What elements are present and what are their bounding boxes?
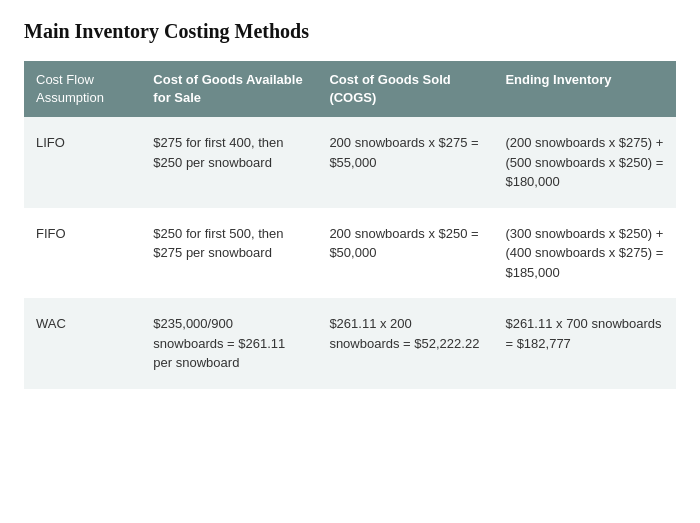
cell-available: $235,000/900 snowboards = $261.11 per sn… — [141, 298, 317, 389]
table-header-row: Cost Flow Assumption Cost of Goods Avail… — [24, 61, 676, 117]
header-cogs: Cost of Goods Sold (COGS) — [317, 61, 493, 117]
cell-assumption: WAC — [24, 298, 141, 389]
table-row: WAC$235,000/900 snowboards = $261.11 per… — [24, 298, 676, 389]
cell-cogs: $261.11 x 200 snowboards = $52,222.22 — [317, 298, 493, 389]
table-row: FIFO$250 for first 500, then $275 per sn… — [24, 208, 676, 299]
cell-cogs: 200 snowboards x $275 = $55,000 — [317, 117, 493, 208]
cell-ending: $261.11 x 700 snowboards = $182,777 — [493, 298, 676, 389]
cell-assumption: FIFO — [24, 208, 141, 299]
header-ending: Ending Inventory — [493, 61, 676, 117]
header-assumption: Cost Flow Assumption — [24, 61, 141, 117]
cell-ending: (200 snowboards x $275) + (500 snowboard… — [493, 117, 676, 208]
cell-assumption: LIFO — [24, 117, 141, 208]
page-title: Main Inventory Costing Methods — [24, 20, 676, 43]
inventory-costing-table: Cost Flow Assumption Cost of Goods Avail… — [24, 61, 676, 389]
cell-cogs: 200 snowboards x $250 = $50,000 — [317, 208, 493, 299]
header-available: Cost of Goods Available for Sale — [141, 61, 317, 117]
table-row: LIFO$275 for first 400, then $250 per sn… — [24, 117, 676, 208]
cell-available: $275 for first 400, then $250 per snowbo… — [141, 117, 317, 208]
cell-ending: (300 snowboards x $250) + (400 snowboard… — [493, 208, 676, 299]
cell-available: $250 for first 500, then $275 per snowbo… — [141, 208, 317, 299]
